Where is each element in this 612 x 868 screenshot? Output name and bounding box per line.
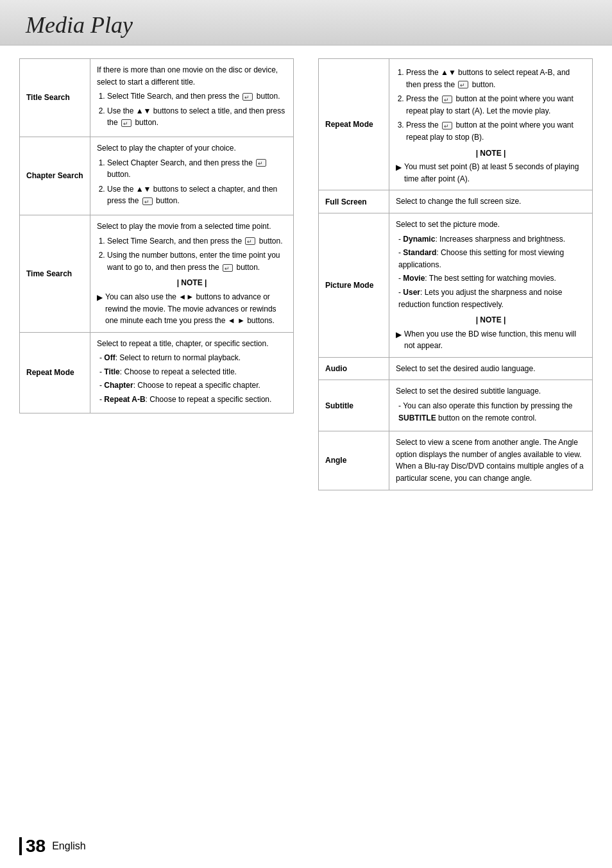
list-item: Press the ▲▼ buttons to select repeat A-… [406,67,586,90]
bullet-arrow-icon: ▶ [396,162,402,174]
right-table: Repeat Mode Press the ▲▼ buttons to sele… [318,58,593,490]
list-item: Repeat A-B: Choose to repeat a specific … [99,394,287,406]
list-item: Press the button at the point where you … [406,119,586,143]
table-row: Audio Select to set the desired audio la… [319,357,593,380]
table-row: Title Search If there is more than one m… [20,59,294,137]
list-item: Title: Choose to repeat a selected title… [99,366,287,378]
time-search-label: Time Search [20,215,90,332]
list-item: Chapter: Choose to repeat a specific cha… [99,380,287,392]
list-item: Select Chapter Search, and then press th… [107,157,287,181]
list-item: You can also operate this function by pr… [398,400,586,424]
table-row: Time Search Select to play the movie fro… [20,215,294,332]
list-item: Movie: The best setting for watching mov… [398,272,586,285]
repeat-mode-right-label: Repeat Mode [319,59,389,190]
list-item: Standard: Choose this setting for most v… [398,247,586,271]
table-row: Chapter Search Select to play the chapte… [20,137,294,215]
repeat-mode-options: Off: Select to return to normal playback… [97,352,287,405]
left-section: Title Search If there is more than one m… [19,58,294,490]
chapter-search-label: Chapter Search [20,137,90,215]
full-screen-content: Select to change the full screen size. [389,190,593,213]
table-row: Repeat Mode Press the ▲▼ buttons to sele… [319,59,593,190]
subtitle-content: Select to set the desired subtitle langu… [389,380,593,431]
audio-content: Select to set the desired audio language… [389,357,593,380]
time-search-content: Select to play the movie from a selected… [90,215,294,332]
list-item: Using the number buttons, enter the time… [107,249,287,273]
repeat-mode-left-content: Select to repeat a title, chapter, or sp… [90,332,294,413]
table-row: Picture Mode Select to set the picture m… [319,213,593,357]
enter-icon [223,264,233,272]
enter-icon [458,81,468,88]
enter-icon [245,237,255,245]
title-search-content: If there is more than one movie on the d… [90,59,294,137]
subtitle-label: Subtitle [319,380,389,431]
angle-content: Select to view a scene from another angl… [389,431,593,490]
main-content: Title Search If there is more than one m… [0,46,612,503]
enter-icon [121,119,132,127]
picture-mode-note: | NOTE | ▶ When you use the BD wise func… [396,314,586,352]
list-item: Off: Select to return to normal playback… [99,352,287,364]
bullet-arrow-icon: ▶ [97,292,103,304]
time-search-steps: Select Time Search, and then press the b… [97,235,287,274]
repeat-mode-left-label: Repeat Mode [20,332,90,413]
footer-bar [19,837,22,855]
chapter-search-steps: Select Chapter Search, and then press th… [97,157,287,207]
left-table: Title Search If there is more than one m… [19,58,294,413]
list-item: Use the ▲▼ buttons to select a chapter, … [107,183,287,207]
list-item: Dynamic: Increases sharpness and brightn… [398,233,586,246]
list-item: Select Title Search, and then press the … [107,90,287,103]
enter-icon [442,122,452,129]
title-search-label: Title Search [20,59,90,137]
full-screen-label: Full Screen [319,190,389,213]
table-row: Full Screen Select to change the full sc… [319,190,593,213]
enter-icon [242,93,253,101]
page-footer: 38 English [19,837,86,855]
list-item: User: Lets you adjust the sharpness and … [398,287,586,310]
right-section: Repeat Mode Press the ▲▼ buttons to sele… [318,58,593,490]
angle-label: Angle [319,431,389,490]
repeat-mode-note: | NOTE | ▶ You must set point (B) at lea… [396,147,586,185]
footer-language: English [52,840,85,852]
title-search-steps: Select Title Search, and then press the … [97,90,287,129]
repeat-mode-right-steps: Press the ▲▼ buttons to select repeat A-… [396,67,586,144]
column-divider [300,58,312,490]
page-header: Media Play [0,0,612,46]
enter-icon [442,96,452,103]
page: Media Play Title Search If there is more… [0,0,612,868]
table-row: Angle Select to view a scene from anothe… [319,431,593,490]
subtitle-options: You can also operate this function by pr… [396,400,586,424]
enter-icon [256,159,266,167]
table-row: Subtitle Select to set the desired subti… [319,380,593,431]
list-item: Select Time Search, and then press the b… [107,235,287,247]
picture-mode-options: Dynamic: Increases sharpness and brightn… [396,233,586,311]
table-row: Repeat Mode Select to repeat a title, ch… [20,332,294,413]
picture-mode-label: Picture Mode [319,213,389,357]
time-search-note: | NOTE | ▶ You can also use the ◄► butto… [97,277,287,326]
bullet-arrow-icon: ▶ [396,329,402,341]
repeat-mode-right-content: Press the ▲▼ buttons to select repeat A-… [389,59,593,190]
list-item: Use the ▲▼ buttons to select a title, an… [107,105,287,129]
audio-label: Audio [319,357,389,380]
picture-mode-content: Select to set the picture mode. Dynamic:… [389,213,593,357]
enter-icon [142,197,153,205]
page-number: 38 [26,837,46,855]
page-title: Media Play [26,12,133,38]
list-item: Press the button at the point where you … [406,93,586,117]
chapter-search-content: Select to play the chapter of your choic… [90,137,294,215]
